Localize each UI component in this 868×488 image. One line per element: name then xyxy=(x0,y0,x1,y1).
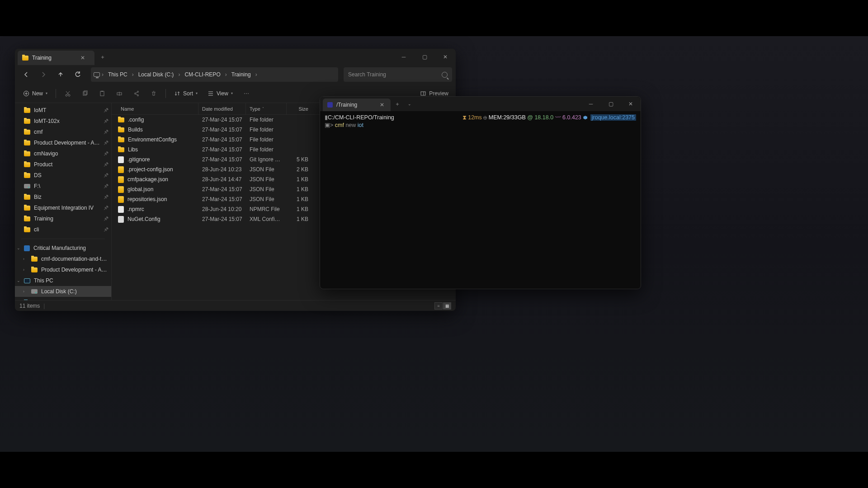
command-arg: iot xyxy=(358,122,363,128)
sidebar-quick-item[interactable]: Biz📌 xyxy=(15,192,111,202)
sidebar-quick-item[interactable]: IoMT📌 xyxy=(15,105,111,116)
new-button[interactable]: New ▾ xyxy=(19,87,51,100)
file-name: .config xyxy=(128,117,144,123)
list-view-toggle[interactable]: ≡ xyxy=(434,302,443,310)
explorer-tab[interactable]: Training ✕ xyxy=(18,51,94,65)
file-type: XML Configuratio... xyxy=(246,216,287,222)
sidebar-tree-item[interactable]: ›cmf-documentation-and-training - Equip xyxy=(15,253,111,264)
chevron-right-icon[interactable]: › xyxy=(23,289,24,294)
sidebar-quick-item[interactable]: cmf📌 xyxy=(15,127,111,137)
breadcrumb-segment[interactable]: Training xyxy=(229,70,254,80)
file-icon xyxy=(118,216,124,223)
close-window-button[interactable]: ✕ xyxy=(621,97,641,111)
sidebar-tree-item[interactable]: ⌄Critical Manufacturing xyxy=(15,243,111,253)
chevron-right-icon[interactable]: › xyxy=(23,267,24,272)
sidebar-quick-item[interactable]: Product Development - Advocating & E📌 xyxy=(15,137,111,148)
new-tab-button[interactable]: ＋ xyxy=(391,97,404,111)
list-icon xyxy=(208,90,214,97)
maximize-button[interactable]: ▢ xyxy=(414,49,435,65)
column-date[interactable]: Date modified xyxy=(198,103,246,114)
profile-dropdown[interactable]: ⌄ xyxy=(404,97,415,111)
pin-icon: 📌 xyxy=(104,151,108,156)
sidebar-quick-item[interactable]: Equipment Integration IV📌 xyxy=(15,202,111,213)
file-date: 27-Mar-24 15:07 xyxy=(198,127,246,133)
sidebar-tree-item[interactable]: ›Local Disk (C:) xyxy=(15,286,111,297)
minimize-button[interactable]: ─ xyxy=(393,49,414,65)
sidebar-tree-item[interactable]: ›Product Development - Advocating & Ev xyxy=(15,264,111,275)
chevron-down-icon[interactable]: ⌄ xyxy=(17,246,20,250)
tab-close-button[interactable]: ✕ xyxy=(378,102,386,108)
maximize-button[interactable]: ▢ xyxy=(601,97,621,111)
sidebar-quick-item[interactable]: DS📌 xyxy=(15,170,111,181)
sidebar-quick-item[interactable]: Product📌 xyxy=(15,159,111,170)
svg-rect-3 xyxy=(83,92,86,95)
sidebar-quick-item[interactable]: cli📌 xyxy=(15,224,111,235)
up-button[interactable] xyxy=(53,67,68,82)
sidebar-item-label: Product xyxy=(34,161,100,168)
pc-icon xyxy=(24,278,30,283)
sort-button[interactable]: Sort ▾ xyxy=(170,87,201,100)
view-button[interactable]: View ▾ xyxy=(204,87,236,100)
file-date: 27-Mar-24 15:07 xyxy=(198,196,246,202)
breadcrumb-segment[interactable]: Local Disk (C:) xyxy=(136,70,177,80)
breadcrumb-bar[interactable]: › This PC › Local Disk (C:) › CM-CLI-REP… xyxy=(91,67,338,82)
chevron-right-icon[interactable]: › xyxy=(101,71,104,78)
column-size[interactable]: Size xyxy=(287,103,312,114)
sidebar-tree-item[interactable]: ⌄This PC xyxy=(15,275,111,286)
file-size: 1 KB xyxy=(287,206,312,212)
close-window-button[interactable]: ✕ xyxy=(435,49,456,65)
sidebar-item-label: Local Disk (C:) xyxy=(41,288,108,295)
chevron-right-icon[interactable]: › xyxy=(177,71,181,78)
sidebar-item-label: DS xyxy=(34,172,100,178)
chevron-right-icon[interactable]: › xyxy=(255,71,258,78)
pin-icon: 📌 xyxy=(104,227,108,232)
preview-button[interactable]: Preview xyxy=(417,90,451,97)
more-button[interactable]: ⋯ xyxy=(239,87,254,100)
new-tab-button[interactable]: ＋ xyxy=(96,49,109,65)
terminal-titlebar[interactable]: /Training ✕ ＋ ⌄ ─ ▢ ✕ xyxy=(320,97,641,111)
terminal-body[interactable]: ▮C:/CM-CLI-REPO/Training⧗ 12ms ⊕ MEM:29/… xyxy=(320,111,641,289)
chevron-down-icon[interactable]: ⌄ xyxy=(17,278,20,283)
file-date: 27-Mar-24 15:07 xyxy=(198,156,246,163)
sidebar-quick-item[interactable]: Training📌 xyxy=(15,213,111,224)
sidebar-tree-item[interactable]: ›Network xyxy=(15,297,111,300)
sidebar-quick-item[interactable]: IoMT-102x📌 xyxy=(15,116,111,127)
file-type: JSON File xyxy=(246,196,287,202)
sidebar-item-label: IoMT xyxy=(34,107,100,113)
share-button[interactable] xyxy=(129,87,144,100)
sidebar-item-label: cli xyxy=(34,226,100,233)
explorer-titlebar[interactable]: Training ✕ ＋ ─ ▢ ✕ xyxy=(15,49,456,65)
explorer-navbar: › This PC › Local Disk (C:) › CM-CLI-REP… xyxy=(15,65,456,84)
file-size: 1 KB xyxy=(287,216,312,222)
minimize-button[interactable]: ─ xyxy=(581,97,601,111)
back-button[interactable] xyxy=(19,67,34,82)
sidebar-quick-item[interactable]: cmNavigo📌 xyxy=(15,148,111,159)
chevron-right-icon[interactable]: › xyxy=(224,71,228,78)
refresh-button[interactable] xyxy=(70,67,85,82)
file-type: File folder xyxy=(246,127,287,133)
folder-icon xyxy=(24,216,30,221)
column-name[interactable]: Name xyxy=(112,103,198,114)
sidebar-item-label: cmNavigo xyxy=(34,150,100,157)
terminal-tab[interactable]: /Training ✕ xyxy=(323,99,391,111)
breadcrumb-segment[interactable]: This PC xyxy=(105,70,130,80)
copy-button[interactable] xyxy=(78,87,92,100)
search-icon xyxy=(442,72,448,78)
tab-close-button[interactable]: ✕ xyxy=(76,55,89,61)
rename-button[interactable] xyxy=(112,87,127,100)
paste-button[interactable] xyxy=(95,87,109,100)
chevron-right-icon[interactable]: › xyxy=(131,71,135,78)
cut-button[interactable] xyxy=(61,87,75,100)
delete-button[interactable] xyxy=(146,87,161,100)
column-type[interactable]: Type ˄ xyxy=(246,103,287,114)
breadcrumb-segment[interactable]: CM-CLI-REPO xyxy=(182,70,223,80)
forward-button[interactable] xyxy=(36,67,51,82)
details-view-toggle[interactable]: ▦ xyxy=(443,302,451,310)
chevron-right-icon[interactable]: › xyxy=(23,257,24,261)
folder-icon xyxy=(118,117,124,122)
sidebar-quick-item[interactable]: F:\📌 xyxy=(15,181,111,192)
explorer-sidebar[interactable]: IoMT📌IoMT-102x📌cmf📌Product Development -… xyxy=(15,103,112,300)
file-name: Builds xyxy=(128,127,143,133)
search-box[interactable]: Search Training xyxy=(344,67,452,82)
status-ip: 18.18.0 xyxy=(534,114,553,121)
